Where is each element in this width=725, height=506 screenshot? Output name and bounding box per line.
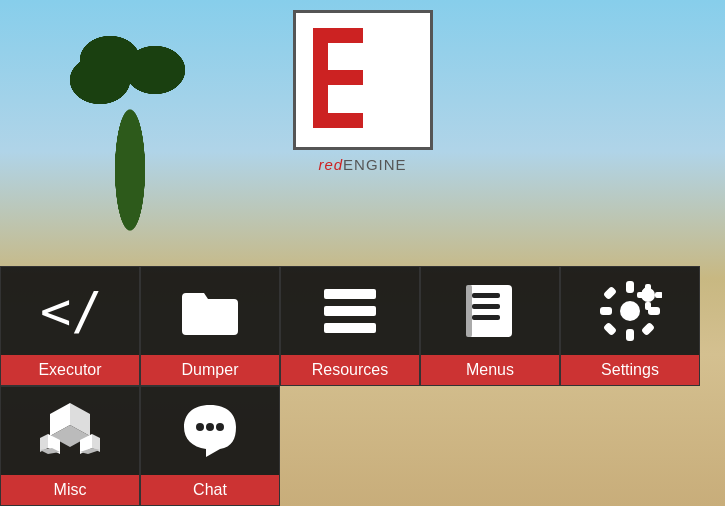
svg-rect-11 xyxy=(324,306,376,316)
logo-box xyxy=(293,10,433,150)
svg-point-18 xyxy=(620,301,640,321)
svg-rect-12 xyxy=(324,323,376,333)
dumper-icon-area xyxy=(141,267,279,355)
svg-point-43 xyxy=(216,423,224,431)
svg-rect-10 xyxy=(324,289,376,299)
folder-icon xyxy=(178,279,242,343)
resources-icon-area xyxy=(281,267,419,355)
misc-icon-area xyxy=(1,387,139,475)
book-icon xyxy=(458,279,522,343)
menu-item-dumper[interactable]: Dumper xyxy=(140,266,280,386)
menu-item-settings[interactable]: Settings xyxy=(560,266,700,386)
menu-item-menus[interactable]: Menus xyxy=(420,266,560,386)
svg-rect-19 xyxy=(626,281,634,293)
list-icon xyxy=(318,279,382,343)
svg-rect-21 xyxy=(600,307,612,315)
svg-rect-23 xyxy=(603,286,617,300)
svg-marker-8 xyxy=(378,85,413,128)
boxes-icon xyxy=(38,399,102,463)
svg-rect-7 xyxy=(383,28,398,75)
executor-icon-area: </> xyxy=(1,267,139,355)
svg-text:</>: </> xyxy=(40,281,102,341)
svg-point-42 xyxy=(206,423,214,431)
svg-rect-24 xyxy=(641,322,655,336)
svg-rect-25 xyxy=(603,322,617,336)
svg-rect-31 xyxy=(655,292,662,298)
menu-item-chat[interactable]: Chat xyxy=(140,386,280,506)
logo-red-part: red xyxy=(318,156,343,173)
misc-label: Misc xyxy=(1,475,139,505)
code-icon: </> xyxy=(38,279,102,343)
settings-icon-area xyxy=(561,267,699,355)
menu-item-misc[interactable]: Misc xyxy=(0,386,140,506)
svg-rect-14 xyxy=(472,293,500,298)
chat-label: Chat xyxy=(141,475,279,505)
executor-label: Executor xyxy=(1,355,139,385)
menus-label: Menus xyxy=(421,355,559,385)
chat-icon-area xyxy=(141,387,279,475)
svg-point-41 xyxy=(196,423,204,431)
logo-svg xyxy=(308,23,418,138)
svg-rect-17 xyxy=(466,285,472,337)
gear-icon xyxy=(598,279,662,343)
svg-rect-20 xyxy=(626,329,634,341)
svg-rect-2 xyxy=(313,70,363,85)
logo-text: redENGINE xyxy=(293,156,433,173)
svg-rect-16 xyxy=(472,315,500,320)
svg-rect-29 xyxy=(645,302,651,310)
menu-grid: </> Executor Dumper Resources xyxy=(0,266,700,506)
menus-icon-area xyxy=(421,267,559,355)
chat-icon xyxy=(178,399,242,463)
resources-label: Resources xyxy=(281,355,419,385)
logo-normal-part: ENGINE xyxy=(343,156,407,173)
svg-rect-13 xyxy=(468,285,512,337)
dumper-label: Dumper xyxy=(141,355,279,385)
svg-rect-30 xyxy=(637,292,645,298)
svg-rect-28 xyxy=(645,284,651,292)
svg-rect-15 xyxy=(472,304,500,309)
settings-label: Settings xyxy=(561,355,699,385)
menu-item-resources[interactable]: Resources xyxy=(280,266,420,386)
menu-item-executor[interactable]: </> Executor xyxy=(0,266,140,386)
logo-container: redENGINE xyxy=(293,10,433,173)
